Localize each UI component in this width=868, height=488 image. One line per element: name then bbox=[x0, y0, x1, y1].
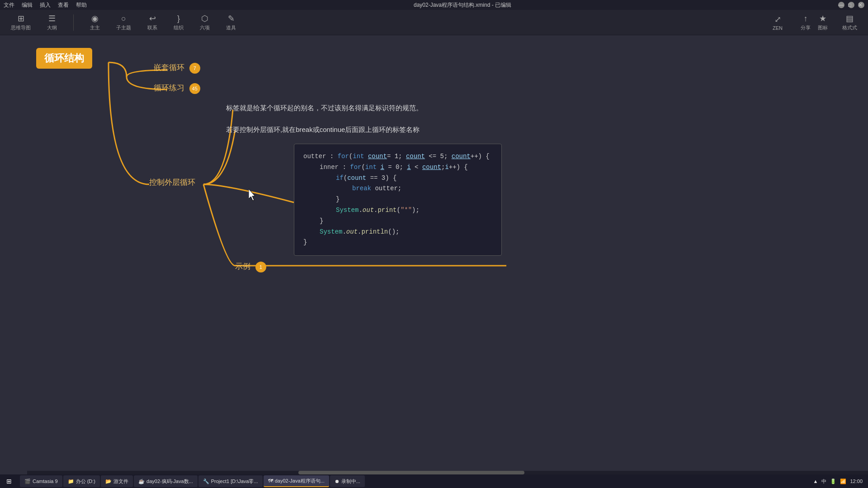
main-topic-label: 主主 bbox=[90, 24, 100, 31]
mindmap-view-btn[interactable]: ⊞ 思维导图 bbox=[7, 12, 34, 33]
menu-file[interactable]: 文件 bbox=[4, 1, 14, 9]
window-title: day02-Java程序语句结构.xmind - 已编辑 bbox=[414, 1, 511, 9]
svg-marker-1 bbox=[249, 189, 255, 201]
menu-edit[interactable]: 编辑 bbox=[22, 1, 33, 9]
mindmap-label: 思维导图 bbox=[11, 24, 31, 31]
titlebar-left: 文件 编辑 插入 查看 帮助 bbox=[4, 1, 87, 9]
zen-icon: ⤢ bbox=[774, 14, 781, 24]
code-line-4: break outter; bbox=[303, 183, 492, 194]
edit-btn[interactable]: } 组织 bbox=[170, 12, 187, 33]
view-label: 六项 bbox=[200, 24, 210, 31]
sub-topic-icon: ○ bbox=[121, 14, 126, 23]
toolbar-right: ★ 图标 ▤ 格式式 bbox=[814, 12, 861, 33]
maximize-btn[interactable]: □ bbox=[848, 2, 854, 8]
java-icon: ☕ bbox=[138, 479, 145, 484]
outline-view-btn[interactable]: ☰ 大纲 bbox=[43, 12, 61, 33]
tray-network: 📶 bbox=[840, 479, 846, 484]
taskbar-items: 🎬 Camtasia 9 📁 办公 (D:) 📂 游文件 ☕ day02-疯码-… bbox=[18, 475, 808, 487]
view-btn[interactable]: ⬡ 六项 bbox=[196, 12, 213, 33]
tray-time: 12:00 bbox=[850, 479, 863, 484]
bookmark-icon: ★ bbox=[819, 14, 826, 23]
canvas[interactable]: 循环结构 嵌套循环 7 循环练习 45 控制外层循环 标签就是给某个循环起的别名… bbox=[27, 35, 868, 474]
taskbar-item-xmind[interactable]: 🗺 day02-Java程序语句... bbox=[264, 475, 329, 487]
toolbar-center: ⤢ ZEN ↑ 分享 bbox=[769, 12, 814, 33]
java-label: day02-疯码-Java数... bbox=[146, 478, 193, 485]
edit-icon: } bbox=[177, 14, 180, 23]
record-icon: ⏺ bbox=[335, 479, 340, 484]
code-line-1: outter : for(int count= 1; count <= 5; c… bbox=[303, 151, 492, 162]
node-control[interactable]: 控制外层循环 bbox=[149, 177, 195, 188]
sub-topic-btn[interactable]: ○ 子主题 bbox=[113, 12, 135, 33]
node-control-label: 控制外层循环 bbox=[149, 178, 195, 187]
minimize-btn[interactable]: — bbox=[838, 2, 844, 8]
zen-label: ZEN bbox=[773, 25, 783, 31]
office-label: 办公 (D:) bbox=[76, 478, 95, 485]
title-node[interactable]: 循环结构 bbox=[36, 48, 92, 69]
bookmark-btn[interactable]: ★ 图标 bbox=[814, 12, 831, 33]
toolbar-divider-1 bbox=[73, 14, 74, 31]
close-btn[interactable]: ✕ bbox=[858, 2, 864, 8]
menu-help[interactable]: 帮助 bbox=[76, 1, 87, 9]
zen-btn[interactable]: ⤢ ZEN bbox=[769, 13, 786, 33]
taskbar: ⊞ 🎬 Camtasia 9 📁 办公 (D:) 📂 游文件 ☕ day02-疯… bbox=[0, 474, 868, 488]
tray-battery: 🔋 bbox=[830, 479, 836, 484]
code-block: outter : for(int count= 1; count <= 5; c… bbox=[294, 144, 502, 256]
node-practice[interactable]: 循环练习 45 bbox=[154, 83, 200, 94]
record-label: 录制中... bbox=[341, 478, 360, 485]
project-label: Project1 [D:\Java零... bbox=[211, 478, 258, 485]
camtasia-icon: 🎬 bbox=[24, 479, 31, 484]
code-line-7: } bbox=[303, 216, 492, 227]
scrollbar-thumb[interactable] bbox=[298, 471, 524, 474]
code-line-8: System.out.println(); bbox=[303, 227, 492, 238]
mindmap-icon: ⊞ bbox=[18, 14, 24, 23]
format-label: 格式式 bbox=[842, 24, 857, 31]
scrollbar-horizontal[interactable] bbox=[27, 471, 868, 474]
main-topic-icon: ◉ bbox=[91, 14, 99, 23]
mindmap: 循环结构 嵌套循环 7 循环练习 45 控制外层循环 标签就是给某个循环起的别名… bbox=[27, 35, 868, 474]
window-controls: — □ ✕ bbox=[838, 2, 864, 8]
xmind-label: day02-Java程序语句... bbox=[275, 478, 325, 484]
files-label: 游文件 bbox=[113, 478, 128, 485]
share-tools-btn[interactable]: ✎ 道具 bbox=[222, 12, 240, 33]
code-line-6: System.out.print("*"); bbox=[303, 205, 492, 216]
taskbar-item-record[interactable]: ⏺ 录制中... bbox=[330, 475, 365, 487]
office-icon: 📁 bbox=[68, 479, 74, 484]
camtasia-label: Camtasia 9 bbox=[33, 479, 58, 484]
menu-view[interactable]: 查看 bbox=[58, 1, 69, 9]
info-line-1: 标签就是给某个循环起的别名，不过该别名得满足标识符的规范。 bbox=[226, 104, 423, 113]
link-label: 联系 bbox=[147, 24, 157, 31]
share-label: 分享 bbox=[801, 24, 811, 31]
taskbar-tray: ▲ 中 🔋 📶 12:00 bbox=[808, 478, 868, 485]
outline-icon: ☰ bbox=[48, 14, 56, 23]
format-btn[interactable]: ▤ 格式式 bbox=[839, 12, 861, 33]
share-btn[interactable]: ↑ 分享 bbox=[797, 12, 814, 33]
taskbar-item-files[interactable]: 📂 游文件 bbox=[101, 475, 133, 487]
share-tools-label: 道具 bbox=[226, 24, 236, 31]
main-topic-btn[interactable]: ◉ 主主 bbox=[86, 12, 104, 33]
code-line-2: inner : for(int i = 0; i < count;i++) { bbox=[303, 162, 492, 173]
node-practice-badge: 45 bbox=[189, 83, 200, 94]
share-icon: ↑ bbox=[804, 14, 808, 23]
files-icon: 📂 bbox=[105, 479, 112, 484]
view-icon: ⬡ bbox=[201, 14, 208, 23]
info-line-2: 若要控制外层循环,就在break或continue后面跟上循环的标签名称 bbox=[226, 126, 420, 134]
share-tools-icon: ✎ bbox=[228, 14, 235, 23]
node-nested-label: 嵌套循环 bbox=[154, 63, 184, 72]
taskbar-item-project[interactable]: 🔧 Project1 [D:\Java零... bbox=[198, 475, 263, 487]
code-line-9: } bbox=[303, 237, 492, 248]
toolbar-left: ⊞ 思维导图 ☰ 大纲 ◉ 主主 ○ 子主题 ↩ 联系 } 组织 ⬡ 六项 ✎ bbox=[7, 12, 769, 33]
start-button[interactable]: ⊞ bbox=[0, 474, 18, 488]
taskbar-item-camtasia[interactable]: 🎬 Camtasia 9 bbox=[20, 475, 62, 487]
bookmark-label: 图标 bbox=[818, 24, 828, 31]
link-btn[interactable]: ↩ 联系 bbox=[144, 12, 161, 33]
taskbar-item-java[interactable]: ☕ day02-疯码-Java数... bbox=[134, 475, 198, 487]
format-icon: ▤ bbox=[846, 14, 854, 23]
code-line-3: if(count == 3) { bbox=[303, 173, 492, 184]
node-example[interactable]: 示例 1 bbox=[235, 261, 266, 272]
node-nested[interactable]: 嵌套循环 7 bbox=[154, 62, 200, 74]
node-example-badge: 1 bbox=[255, 262, 266, 272]
code-line-5: } bbox=[303, 194, 492, 205]
tray-icons: ▲ bbox=[813, 479, 818, 484]
menu-insert[interactable]: 插入 bbox=[40, 1, 51, 9]
taskbar-item-office[interactable]: 📁 办公 (D:) bbox=[63, 475, 100, 487]
